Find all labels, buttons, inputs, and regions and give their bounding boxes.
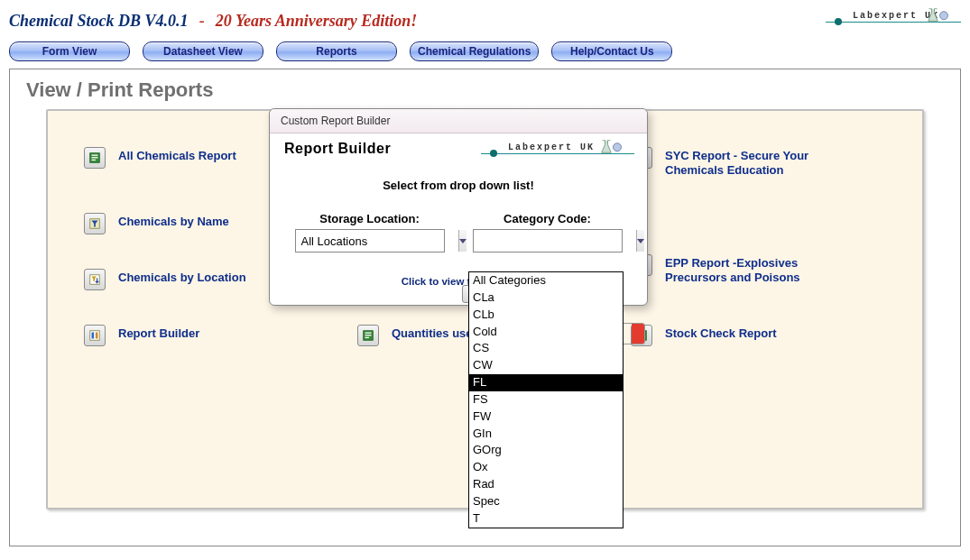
- svg-rect-17: [96, 332, 98, 338]
- category-option[interactable]: CS: [469, 340, 623, 357]
- storage-location-combo[interactable]: [295, 229, 445, 252]
- category-option[interactable]: FL: [469, 374, 623, 391]
- category-option[interactable]: GIn: [469, 426, 623, 443]
- category-option[interactable]: CLb: [469, 307, 623, 324]
- report-label: All Chemicals Report: [118, 147, 236, 163]
- category-option[interactable]: GOrg: [469, 442, 623, 459]
- svg-rect-2: [92, 155, 98, 156]
- report-label: Report Builder: [118, 325, 199, 341]
- svg-rect-20: [365, 335, 372, 335]
- storage-location-label: Storage Location:: [290, 212, 449, 225]
- category-option[interactable]: Cold: [469, 324, 623, 341]
- menu-chem-regulations[interactable]: Chemical Regulations: [410, 41, 539, 61]
- report-builder-link[interactable]: Report Builder: [84, 325, 339, 346]
- category-option[interactable]: Ox: [469, 459, 623, 476]
- svg-point-0: [940, 12, 948, 20]
- report-epp[interactable]: EPP Report -Explosives Precursors and Po…: [631, 254, 886, 290]
- category-option[interactable]: FS: [469, 391, 623, 409]
- svg-rect-21: [365, 336, 369, 337]
- builder-icon: [84, 325, 106, 346]
- category-option[interactable]: Spec: [469, 493, 623, 510]
- category-code-input[interactable]: [474, 230, 636, 252]
- svg-rect-19: [365, 332, 372, 333]
- filter-icon: [84, 213, 106, 234]
- svg-rect-4: [92, 160, 96, 161]
- category-code-combo[interactable]: [473, 229, 623, 252]
- report-syc[interactable]: SYC Report - Secure Your Chemicals Educa…: [631, 147, 886, 179]
- svg-rect-16: [92, 332, 95, 338]
- category-option[interactable]: CLa: [469, 289, 623, 307]
- report-label: Stock Check Report: [665, 325, 777, 341]
- category-dropdown-list[interactable]: All CategoriesCLaCLbColdCSCWFLFSFWGInGOr…: [468, 271, 624, 528]
- filter-sort-icon: [84, 269, 106, 290]
- flask-icon: [925, 7, 952, 25]
- storage-location-input[interactable]: [296, 230, 458, 252]
- chevron-down-icon[interactable]: [458, 230, 467, 252]
- report-label: SYC Report - Secure Your Chemicals Educa…: [665, 147, 845, 179]
- flask-icon: [598, 139, 625, 157]
- svg-point-26: [614, 143, 622, 151]
- dialog-logo: Labexpert UK: [481, 139, 634, 162]
- dialog-instruction: Select from drop down list!: [282, 179, 634, 192]
- app-subtitle: 20 Years Anniversary Edition!: [216, 12, 418, 30]
- report-label: EPP Report -Explosives Precursors and Po…: [665, 254, 845, 286]
- dialog-title[interactable]: Custom Report Builder: [270, 109, 647, 133]
- category-code-label: Category Code:: [467, 212, 627, 225]
- chevron-down-icon[interactable]: [636, 230, 644, 252]
- app-header: Chemical Stock DB V4.0.1 - 20 Years Anni…: [0, 0, 970, 38]
- dialog-heading: Report Builder: [284, 141, 391, 157]
- menu-form-view[interactable]: Form View: [9, 41, 130, 61]
- category-option[interactable]: FW: [469, 409, 623, 426]
- report-icon: [84, 147, 106, 169]
- app-logo: Labexpert UK: [826, 7, 961, 34]
- category-option[interactable]: Rad: [469, 476, 623, 493]
- category-option[interactable]: CW: [469, 357, 623, 374]
- category-option[interactable]: T: [469, 510, 623, 528]
- menu-reports[interactable]: Reports: [276, 41, 397, 61]
- report-label: Chemicals by Name: [118, 213, 229, 229]
- dialog-logo-text: Labexpert UK: [504, 142, 598, 152]
- report-label: Chemicals by Location: [118, 269, 246, 285]
- svg-rect-15: [90, 330, 100, 340]
- menu-help[interactable]: Help/Contact Us: [551, 41, 672, 61]
- report-icon: [357, 325, 379, 346]
- page-title: View / Print Reports: [26, 78, 951, 102]
- report-label: Quantities used: [392, 325, 480, 341]
- menu-bar: Form View Datasheet View Reports Chemica…: [0, 38, 970, 69]
- app-title-block: Chemical Stock DB V4.0.1 - 20 Years Anni…: [9, 12, 417, 31]
- menu-datasheet-view[interactable]: Datasheet View: [143, 41, 263, 61]
- svg-rect-3: [92, 157, 98, 158]
- category-option[interactable]: All Categories: [469, 272, 623, 289]
- report-stock-check[interactable]: Stock Check Report: [631, 325, 886, 346]
- app-title: Chemical Stock DB V4.0.1: [9, 12, 189, 30]
- app-title-sep: -: [195, 12, 208, 30]
